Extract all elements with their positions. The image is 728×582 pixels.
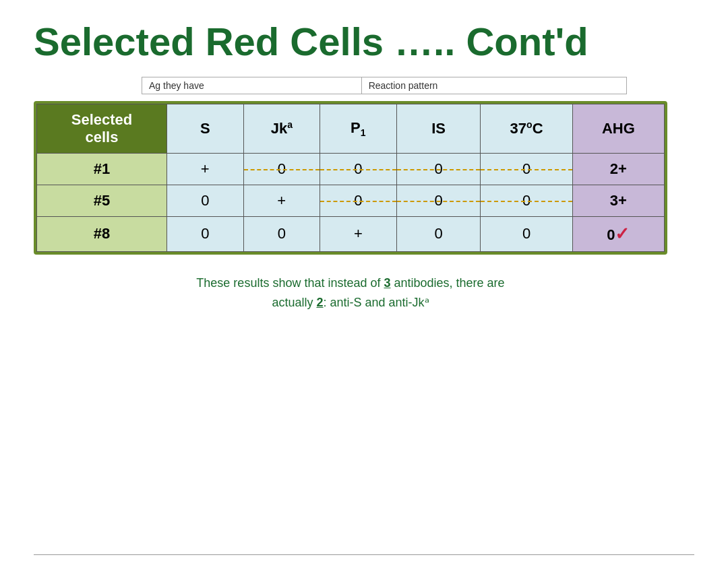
table-row: #5 0 + 0 0 0 3+	[37, 185, 665, 216]
cell-8-p1: +	[320, 216, 397, 251]
cell-8-ahg: 0✓	[572, 216, 664, 251]
header-s: S	[167, 104, 244, 153]
page-title: Selected Red Cells ….. Cont'd	[34, 20, 588, 63]
page-container: Selected Red Cells ….. Cont'd Ag they ha…	[0, 0, 728, 582]
cell-id-5: #5	[37, 185, 167, 216]
table-row: #8 0 0 + 0 0 0✓	[37, 216, 665, 251]
cell-1-is: 0	[396, 153, 481, 185]
header-selected-cells: Selectedcells	[37, 104, 167, 153]
cell-5-ahg: 3+	[572, 185, 664, 216]
cell-5-p1: 0	[320, 185, 397, 216]
table-row: #1 + 0 0 0 0 2+	[37, 153, 665, 185]
cell-5-jka: +	[243, 185, 320, 216]
cell-5-s: 0	[167, 185, 244, 216]
footer-num2: 2	[316, 296, 323, 309]
header-jka: Jka	[243, 104, 320, 153]
cell-1-jka: 0	[243, 153, 320, 185]
header-label-row: Ag they have Reaction pattern	[142, 77, 627, 94]
cell-id-8: #8	[37, 216, 167, 251]
header-is: IS	[396, 104, 481, 153]
cell-id-1: #1	[37, 153, 167, 185]
cell-5-is: 0	[396, 185, 481, 216]
main-table: Selectedcells S Jka P1 IS 37oC AHG #1 + …	[36, 104, 665, 252]
cell-8-s: 0	[167, 216, 244, 251]
cell-5-37c: 0	[481, 185, 572, 216]
table-wrapper: Selectedcells S Jka P1 IS 37oC AHG #1 + …	[34, 101, 667, 255]
cell-8-is: 0	[396, 216, 481, 251]
footer-line1: These results show that instead of 3 ant…	[196, 276, 504, 290]
footer-line2: actually 2: anti-S and anti-Jkᵃ	[272, 296, 429, 309]
reaction-label: Reaction pattern	[362, 77, 626, 94]
cell-1-37c: 0	[481, 153, 572, 185]
table-header-row: Selectedcells S Jka P1 IS 37oC AHG	[37, 104, 665, 153]
header-37c: 37oC	[481, 104, 572, 153]
header-p1: P1	[320, 104, 397, 153]
cell-1-ahg: 2+	[572, 153, 664, 185]
footer-text: These results show that instead of 3 ant…	[34, 273, 667, 313]
header-ahg: AHG	[572, 104, 664, 153]
cell-8-37c: 0	[481, 216, 572, 251]
bottom-divider	[34, 554, 694, 555]
cell-8-jka: 0	[243, 216, 320, 251]
cell-1-p1: 0	[320, 153, 397, 185]
ag-label: Ag they have	[142, 77, 362, 94]
cell-1-s: +	[167, 153, 244, 185]
footer-num1: 3	[384, 276, 391, 290]
